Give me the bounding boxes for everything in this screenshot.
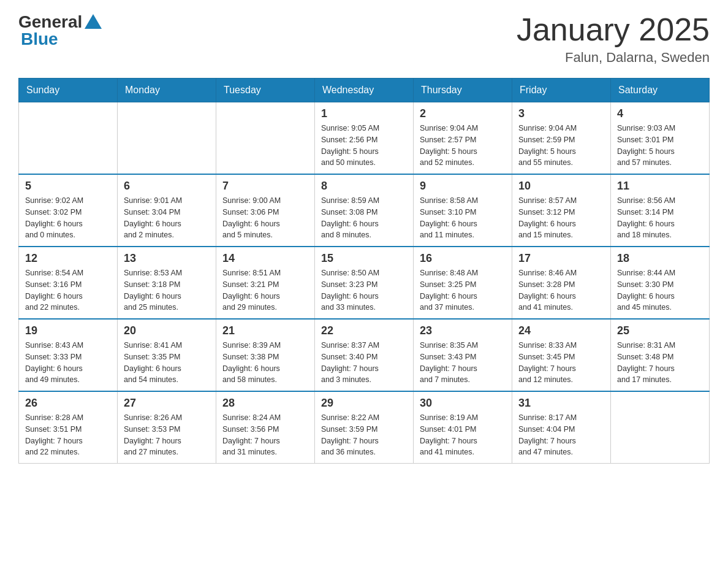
day-info: Sunrise: 8:28 AMSunset: 3:51 PMDaylight:… — [25, 412, 111, 458]
calendar-cell: 16Sunrise: 8:48 AMSunset: 3:25 PMDayligh… — [414, 247, 512, 319]
calendar-cell — [19, 102, 118, 175]
day-number: 24 — [518, 324, 604, 337]
day-info: Sunrise: 8:57 AMSunset: 3:12 PMDaylight:… — [518, 195, 604, 241]
day-info: Sunrise: 9:00 AMSunset: 3:06 PMDaylight:… — [222, 195, 308, 241]
day-number: 13 — [124, 252, 210, 265]
calendar-cell: 11Sunrise: 8:56 AMSunset: 3:14 PMDayligh… — [611, 174, 710, 247]
day-info: Sunrise: 8:22 AMSunset: 3:59 PMDaylight:… — [321, 412, 407, 458]
calendar-cell: 3Sunrise: 9:04 AMSunset: 2:59 PMDaylight… — [512, 102, 611, 175]
page-header: General Blue January 2025 Falun, Dalarna… — [18, 12, 710, 66]
calendar-cell: 22Sunrise: 8:37 AMSunset: 3:40 PMDayligh… — [315, 319, 414, 391]
day-info: Sunrise: 8:50 AMSunset: 3:23 PMDaylight:… — [321, 267, 407, 313]
day-number: 3 — [518, 107, 604, 120]
day-info: Sunrise: 9:02 AMSunset: 3:02 PMDaylight:… — [25, 195, 111, 241]
calendar-cell — [118, 102, 216, 175]
calendar-cell: 27Sunrise: 8:26 AMSunset: 3:53 PMDayligh… — [118, 391, 216, 464]
logo: General Blue — [18, 12, 102, 49]
day-number: 26 — [25, 397, 111, 410]
calendar-cell: 5Sunrise: 9:02 AMSunset: 3:02 PMDaylight… — [19, 174, 118, 247]
day-number: 25 — [617, 324, 703, 337]
day-number: 27 — [124, 397, 210, 410]
day-info: Sunrise: 8:53 AMSunset: 3:18 PMDaylight:… — [124, 267, 210, 313]
day-number: 8 — [321, 180, 407, 193]
day-info: Sunrise: 8:33 AMSunset: 3:45 PMDaylight:… — [518, 340, 604, 386]
day-info: Sunrise: 8:54 AMSunset: 3:16 PMDaylight:… — [25, 267, 111, 313]
calendar-cell — [611, 391, 710, 464]
day-number: 16 — [420, 252, 506, 265]
logo-blue-text: Blue — [18, 29, 58, 49]
day-number: 4 — [617, 107, 703, 120]
day-number: 5 — [25, 180, 111, 193]
day-info: Sunrise: 8:31 AMSunset: 3:48 PMDaylight:… — [617, 340, 703, 386]
calendar-cell: 31Sunrise: 8:17 AMSunset: 4:04 PMDayligh… — [512, 391, 611, 464]
calendar-cell — [216, 102, 315, 175]
month-title: January 2025 — [517, 12, 710, 47]
calendar-cell: 26Sunrise: 8:28 AMSunset: 3:51 PMDayligh… — [19, 391, 118, 464]
calendar-week-row: 12Sunrise: 8:54 AMSunset: 3:16 PMDayligh… — [19, 247, 710, 319]
day-of-week-header: Friday — [512, 79, 611, 102]
day-number: 30 — [420, 397, 506, 410]
calendar-header-row: SundayMondayTuesdayWednesdayThursdayFrid… — [19, 79, 710, 102]
day-info: Sunrise: 9:03 AMSunset: 3:01 PMDaylight:… — [617, 123, 703, 169]
day-number: 7 — [222, 180, 308, 193]
calendar-cell: 2Sunrise: 9:04 AMSunset: 2:57 PMDaylight… — [414, 102, 512, 175]
calendar-cell: 10Sunrise: 8:57 AMSunset: 3:12 PMDayligh… — [512, 174, 611, 247]
logo-triangle-icon — [85, 14, 102, 29]
day-of-week-header: Sunday — [19, 79, 118, 102]
location-subtitle: Falun, Dalarna, Sweden — [517, 50, 710, 66]
day-info: Sunrise: 8:44 AMSunset: 3:30 PMDaylight:… — [617, 267, 703, 313]
day-info: Sunrise: 9:05 AMSunset: 2:56 PMDaylight:… — [321, 123, 407, 169]
day-of-week-header: Saturday — [611, 79, 710, 102]
day-info: Sunrise: 8:37 AMSunset: 3:40 PMDaylight:… — [321, 340, 407, 386]
day-number: 20 — [124, 324, 210, 337]
day-number: 21 — [222, 324, 308, 337]
day-number: 31 — [518, 397, 604, 410]
day-number: 15 — [321, 252, 407, 265]
day-of-week-header: Wednesday — [315, 79, 414, 102]
day-info: Sunrise: 9:04 AMSunset: 2:59 PMDaylight:… — [518, 123, 604, 169]
day-info: Sunrise: 8:51 AMSunset: 3:21 PMDaylight:… — [222, 267, 308, 313]
calendar-week-row: 26Sunrise: 8:28 AMSunset: 3:51 PMDayligh… — [19, 391, 710, 464]
calendar-cell: 18Sunrise: 8:44 AMSunset: 3:30 PMDayligh… — [611, 247, 710, 319]
calendar-week-row: 19Sunrise: 8:43 AMSunset: 3:33 PMDayligh… — [19, 319, 710, 391]
day-number: 19 — [25, 324, 111, 337]
calendar-table: SundayMondayTuesdayWednesdayThursdayFrid… — [18, 78, 710, 464]
day-info: Sunrise: 9:04 AMSunset: 2:57 PMDaylight:… — [420, 123, 506, 169]
day-of-week-header: Tuesday — [216, 79, 315, 102]
day-info: Sunrise: 8:19 AMSunset: 4:01 PMDaylight:… — [420, 412, 506, 458]
calendar-cell: 24Sunrise: 8:33 AMSunset: 3:45 PMDayligh… — [512, 319, 611, 391]
day-info: Sunrise: 8:43 AMSunset: 3:33 PMDaylight:… — [25, 340, 111, 386]
day-info: Sunrise: 8:48 AMSunset: 3:25 PMDaylight:… — [420, 267, 506, 313]
calendar-week-row: 1Sunrise: 9:05 AMSunset: 2:56 PMDaylight… — [19, 102, 710, 175]
day-info: Sunrise: 8:17 AMSunset: 4:04 PMDaylight:… — [518, 412, 604, 458]
day-info: Sunrise: 8:26 AMSunset: 3:53 PMDaylight:… — [124, 412, 210, 458]
day-of-week-header: Monday — [118, 79, 216, 102]
calendar-cell: 14Sunrise: 8:51 AMSunset: 3:21 PMDayligh… — [216, 247, 315, 319]
calendar-cell: 12Sunrise: 8:54 AMSunset: 3:16 PMDayligh… — [19, 247, 118, 319]
calendar-cell: 23Sunrise: 8:35 AMSunset: 3:43 PMDayligh… — [414, 319, 512, 391]
day-number: 17 — [518, 252, 604, 265]
day-number: 22 — [321, 324, 407, 337]
calendar-cell: 19Sunrise: 8:43 AMSunset: 3:33 PMDayligh… — [19, 319, 118, 391]
day-info: Sunrise: 8:59 AMSunset: 3:08 PMDaylight:… — [321, 195, 407, 241]
calendar-cell: 30Sunrise: 8:19 AMSunset: 4:01 PMDayligh… — [414, 391, 512, 464]
calendar-cell: 17Sunrise: 8:46 AMSunset: 3:28 PMDayligh… — [512, 247, 611, 319]
day-number: 1 — [321, 107, 407, 120]
calendar-cell: 1Sunrise: 9:05 AMSunset: 2:56 PMDaylight… — [315, 102, 414, 175]
calendar-cell: 20Sunrise: 8:41 AMSunset: 3:35 PMDayligh… — [118, 319, 216, 391]
day-of-week-header: Thursday — [414, 79, 512, 102]
day-number: 6 — [124, 180, 210, 193]
day-info: Sunrise: 8:58 AMSunset: 3:10 PMDaylight:… — [420, 195, 506, 241]
calendar-cell: 6Sunrise: 9:01 AMSunset: 3:04 PMDaylight… — [118, 174, 216, 247]
calendar-cell: 29Sunrise: 8:22 AMSunset: 3:59 PMDayligh… — [315, 391, 414, 464]
calendar-cell: 4Sunrise: 9:03 AMSunset: 3:01 PMDaylight… — [611, 102, 710, 175]
calendar-cell: 8Sunrise: 8:59 AMSunset: 3:08 PMDaylight… — [315, 174, 414, 247]
day-info: Sunrise: 8:24 AMSunset: 3:56 PMDaylight:… — [222, 412, 308, 458]
day-number: 18 — [617, 252, 703, 265]
calendar-week-row: 5Sunrise: 9:02 AMSunset: 3:02 PMDaylight… — [19, 174, 710, 247]
calendar-cell: 21Sunrise: 8:39 AMSunset: 3:38 PMDayligh… — [216, 319, 315, 391]
day-number: 29 — [321, 397, 407, 410]
calendar-cell: 13Sunrise: 8:53 AMSunset: 3:18 PMDayligh… — [118, 247, 216, 319]
day-info: Sunrise: 8:56 AMSunset: 3:14 PMDaylight:… — [617, 195, 703, 241]
day-number: 11 — [617, 180, 703, 193]
